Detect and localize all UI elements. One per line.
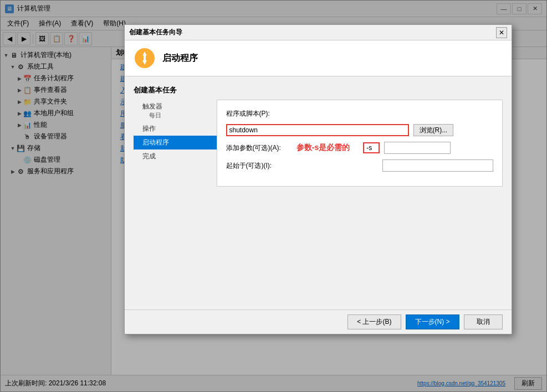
step-action-label: 操作 [142,125,156,132]
main-window: 🖥 计算机管理 — □ ✕ 文件(F) 操作(A) 查看(V) 帮助(H) ◀ … [0,0,547,392]
dialog-form: 程序或脚本(P): 浏览(R)... 添加参数(可选)(A): 参数-s是必需的… [217,100,503,187]
args-label: 添加参数(可选)(A): [226,143,281,153]
startdir-row: 起始于(可选)(I): [226,159,493,172]
cancel-button[interactable]: 取消 [464,314,503,329]
program-label: 程序或脚本(P): [226,109,270,118]
dialog-header-icon [134,47,156,69]
step-trigger-label: 触发器 [142,102,208,111]
dialog-header: 启动程序 [125,40,512,76]
dialog-section-title: 创建基本任务 [134,86,177,94]
dialog-footer: < 上一步(B) 下一步(N) > 取消 [125,310,512,334]
program-row: 程序或脚本(P): [226,109,493,118]
dialog: 创建基本任务向导 ✕ 启动程序 创建基本任务 [124,24,512,334]
step-trigger-sub: 每日 [142,111,208,120]
dialog-title: 创建基本任务向导 [129,28,182,37]
step-trigger[interactable]: 触发器 每日 [134,100,217,122]
dialog-close-button[interactable]: ✕ [496,27,507,38]
step-complete[interactable]: 完成 [134,149,217,163]
dialog-main-content: 触发器 每日 操作 启动程序 完成 [134,100,503,187]
step-action[interactable]: 操作 [134,122,217,136]
startdir-input[interactable] [382,159,493,172]
args-input[interactable] [384,142,451,154]
dialog-steps: 触发器 每日 操作 启动程序 完成 [134,100,217,187]
program-input-row: 浏览(R)... [226,124,493,136]
program-input[interactable] [226,124,409,136]
step-startprogram[interactable]: 启动程序 [134,136,217,149]
step-startprogram-label: 启动程序 [142,138,169,146]
dialog-title-bar: 创建基本任务向导 ✕ [125,25,512,40]
modal-overlay: 创建基本任务向导 ✕ 启动程序 创建基本任务 [0,0,547,392]
args-highlight-prefix: -s [363,142,380,153]
args-annotation: 参数-s是必需的 [296,143,350,153]
back-button[interactable]: < 上一步(B) [347,314,401,329]
next-button[interactable]: 下一步(N) > [406,314,459,329]
browse-button[interactable]: 浏览(R)... [413,124,454,136]
dialog-body: 创建基本任务 触发器 每日 操作 启动程序 [125,76,512,310]
step-complete-label: 完成 [142,152,156,160]
dialog-header-title: 启动程序 [162,53,198,64]
startdir-label: 起始于(可选)(I): [226,161,272,171]
args-row: 添加参数(可选)(A): 参数-s是必需的 -s [226,142,493,154]
